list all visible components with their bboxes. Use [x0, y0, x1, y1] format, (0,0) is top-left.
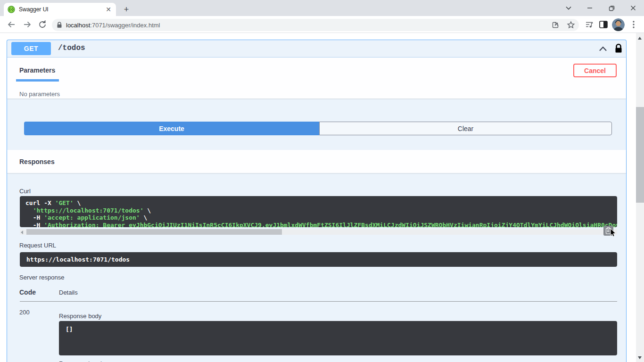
- clear-button[interactable]: Clear: [319, 122, 612, 135]
- address-bar[interactable]: localhost:7071/swagger/index.html: [52, 19, 579, 31]
- reload-icon[interactable]: [37, 19, 48, 30]
- response-body-block: [] Download: [59, 321, 617, 355]
- window-close-icon[interactable]: [622, 0, 644, 16]
- scroll-left-arrow-icon[interactable]: [21, 230, 23, 234]
- kebab-menu-icon[interactable]: [628, 19, 639, 30]
- collapse-chevron-icon[interactable]: [598, 44, 608, 54]
- parameters-tab-underline: [16, 79, 59, 82]
- scroll-down-arrow-icon[interactable]: [638, 356, 642, 359]
- curl-scrollbar-thumb[interactable]: [26, 229, 282, 235]
- side-panel-icon[interactable]: [598, 19, 609, 30]
- no-parameters-text: No parameters: [19, 90, 60, 98]
- window-minimize-icon[interactable]: [579, 0, 601, 16]
- profile-avatar[interactable]: [612, 18, 625, 31]
- curl-line: 'https://localhost:7071/todos' \: [25, 207, 611, 214]
- response-body-value: []: [66, 326, 73, 333]
- cancel-button[interactable]: Cancel: [573, 64, 617, 77]
- response-body-label: Response body: [59, 313, 101, 320]
- parameters-title: Parameters: [19, 66, 55, 74]
- endpoint-path: /todos: [58, 44, 85, 52]
- response-table-divider: [20, 301, 617, 302]
- page-scrollbar-thumb[interactable]: [636, 107, 644, 203]
- responses-header-band: Responses: [7, 150, 626, 173]
- curl-command-block[interactable]: curl -X 'GET' \ 'https://localhost:7071/…: [20, 196, 617, 227]
- tab-search-chevron-icon[interactable]: [558, 0, 579, 16]
- back-icon[interactable]: [6, 19, 17, 30]
- curl-line: -H 'accept: application/json' \: [25, 214, 611, 222]
- request-url-value: https://localhost:7071/todos: [26, 256, 130, 263]
- forward-icon[interactable]: [22, 19, 33, 30]
- execute-button[interactable]: Execute: [24, 122, 319, 135]
- curl-line: curl -X 'GET' \: [25, 199, 611, 207]
- parameters-header-band: Parameters Cancel: [7, 58, 626, 99]
- status-code: 200: [19, 309, 30, 316]
- server-response-label: Server response: [19, 274, 64, 281]
- tab-strip: Swagger UI ✕ +: [0, 0, 644, 16]
- request-url-block: https://localhost:7071/todos: [20, 252, 617, 267]
- media-controls-icon[interactable]: [584, 19, 595, 30]
- page-scrollbar[interactable]: [636, 33, 644, 362]
- authorization-lock-icon[interactable]: [614, 43, 624, 54]
- share-icon[interactable]: [552, 21, 560, 29]
- browser-window: Swagger UI ✕ +: [0, 0, 644, 362]
- code-column-header: Code: [19, 288, 36, 296]
- responses-title: Responses: [19, 158, 55, 165]
- opblock-get-todos: GET /todos Parameters Cancel No paramete…: [7, 40, 627, 362]
- swagger-favicon: [8, 6, 15, 13]
- method-badge: GET: [11, 42, 51, 55]
- request-url-label: Request URL: [19, 242, 56, 249]
- tab-close-icon[interactable]: ✕: [105, 6, 112, 13]
- url-text: localhost:7071/swagger/index.html: [66, 22, 160, 29]
- browser-tab[interactable]: Swagger UI ✕: [4, 3, 116, 16]
- mouse-cursor: [610, 228, 616, 239]
- curl-horizontal-scrollbar[interactable]: [20, 229, 617, 235]
- opblock-summary[interactable]: GET /todos: [7, 40, 626, 58]
- details-column-header: Details: [59, 289, 78, 296]
- curl-label: Curl: [19, 188, 31, 195]
- response-headers-label: Response headers: [59, 360, 110, 362]
- bookmark-star-icon[interactable]: [567, 21, 575, 29]
- window-restore-icon[interactable]: [601, 0, 622, 16]
- new-tab-icon[interactable]: +: [121, 4, 132, 15]
- scroll-up-arrow-icon[interactable]: [638, 37, 642, 40]
- tab-title: Swagger UI: [19, 6, 105, 13]
- curl-line: -H 'Authorization: Bearer eyJhbGciOiJIUz…: [25, 222, 611, 228]
- site-lock-icon[interactable]: [57, 22, 62, 28]
